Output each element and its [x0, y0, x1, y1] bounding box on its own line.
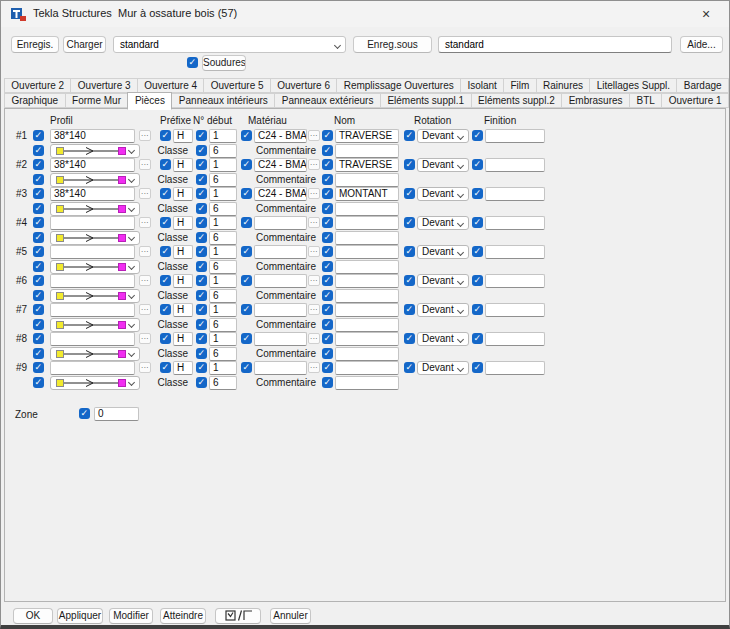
rotation-dropdown[interactable]: Devant	[417, 158, 469, 172]
num-debut-field[interactable]: 1	[209, 274, 237, 288]
materiau-field[interactable]	[254, 274, 307, 288]
tab-ouverture-6[interactable]: Ouverture 6	[270, 78, 337, 93]
rotation-checkbox[interactable]	[404, 246, 415, 257]
nom-field[interactable]	[335, 274, 399, 288]
materiau-browse-button[interactable]	[308, 217, 320, 228]
classe-checkbox[interactable]	[196, 232, 207, 243]
nom-checkbox[interactable]	[322, 275, 333, 286]
prefixe-checkbox[interactable]	[160, 246, 171, 257]
commentaire-checkbox[interactable]	[322, 174, 333, 185]
rotation-dropdown[interactable]: Devant	[417, 129, 469, 143]
graphic-checkbox[interactable]	[33, 145, 44, 156]
finition-field[interactable]	[485, 129, 545, 143]
profil-field[interactable]	[50, 332, 135, 346]
position-graphic-dropdown[interactable]	[50, 347, 140, 361]
commentaire-field[interactable]	[335, 260, 399, 274]
position-graphic-dropdown[interactable]	[50, 376, 140, 390]
prefixe-checkbox[interactable]	[160, 159, 171, 170]
num-debut-checkbox[interactable]	[196, 130, 207, 141]
classe-field[interactable]: 6	[209, 173, 237, 187]
commentaire-field[interactable]	[335, 318, 399, 332]
num-debut-checkbox[interactable]	[196, 246, 207, 257]
classe-field[interactable]: 6	[209, 144, 237, 158]
prefixe-checkbox[interactable]	[160, 188, 171, 199]
commentaire-checkbox[interactable]	[322, 290, 333, 301]
tab-forme-mur[interactable]: Forme Mur	[65, 93, 129, 108]
commentaire-checkbox[interactable]	[322, 203, 333, 214]
nom-checkbox[interactable]	[322, 333, 333, 344]
row-checkbox[interactable]	[33, 217, 44, 228]
tab-rainures[interactable]: Rainures	[536, 78, 591, 93]
commentaire-checkbox[interactable]	[322, 348, 333, 359]
classe-checkbox[interactable]	[196, 290, 207, 301]
finition-checkbox[interactable]	[472, 130, 483, 141]
row-checkbox[interactable]	[33, 188, 44, 199]
materiau-checkbox[interactable]	[241, 217, 252, 228]
row-checkbox[interactable]	[33, 304, 44, 315]
row-checkbox[interactable]	[33, 275, 44, 286]
prefixe-field[interactable]: H	[173, 303, 193, 317]
commentaire-checkbox[interactable]	[322, 261, 333, 272]
save-as-input[interactable]: standard	[438, 36, 672, 53]
rotation-dropdown[interactable]: Devant	[417, 332, 469, 346]
position-graphic-dropdown[interactable]	[50, 289, 140, 303]
prefixe-field[interactable]: H	[173, 332, 193, 346]
finition-field[interactable]	[485, 332, 545, 346]
num-debut-field[interactable]: 1	[209, 216, 237, 230]
materiau-browse-button[interactable]	[308, 304, 320, 315]
classe-field[interactable]: 6	[209, 347, 237, 361]
materiau-checkbox[interactable]	[241, 333, 252, 344]
materiau-field[interactable]	[254, 361, 307, 375]
finition-field[interactable]	[485, 216, 545, 230]
rotation-checkbox[interactable]	[404, 217, 415, 228]
materiau-field[interactable]	[254, 245, 307, 259]
materiau-field[interactable]	[254, 332, 307, 346]
apply-button[interactable]: Appliquer	[57, 608, 103, 624]
profil-field[interactable]: 38*140	[50, 187, 135, 201]
classe-field[interactable]: 6	[209, 289, 237, 303]
nom-checkbox[interactable]	[322, 217, 333, 228]
prefixe-field[interactable]: H	[173, 158, 193, 172]
finition-checkbox[interactable]	[472, 362, 483, 373]
num-debut-field[interactable]: 1	[209, 129, 237, 143]
num-debut-field[interactable]: 1	[209, 158, 237, 172]
materiau-field[interactable]: C24 - BMASSI	[254, 187, 307, 201]
commentaire-checkbox[interactable]	[322, 319, 333, 330]
num-debut-field[interactable]: 1	[209, 361, 237, 375]
profil-browse-button[interactable]	[139, 217, 151, 228]
commentaire-field[interactable]	[335, 202, 399, 216]
tab-isolant[interactable]: Isolant	[460, 78, 504, 93]
prefixe-field[interactable]: H	[173, 129, 193, 143]
materiau-browse-button[interactable]	[308, 333, 320, 344]
tab-bardage[interactable]: Bardage	[676, 78, 728, 93]
commentaire-field[interactable]	[335, 144, 399, 158]
commentaire-checkbox[interactable]	[322, 377, 333, 388]
materiau-browse-button[interactable]	[308, 159, 320, 170]
tab-elements-suppl-1[interactable]: Eléments suppl.1	[380, 93, 472, 108]
finition-checkbox[interactable]	[472, 333, 483, 344]
rotation-dropdown[interactable]: Devant	[417, 361, 469, 375]
prefixe-checkbox[interactable]	[160, 275, 171, 286]
position-graphic-dropdown[interactable]	[50, 202, 140, 216]
num-debut-field[interactable]: 1	[209, 303, 237, 317]
num-debut-checkbox[interactable]	[196, 217, 207, 228]
nom-field[interactable]: TRAVERSE	[335, 129, 399, 143]
commentaire-checkbox[interactable]	[322, 232, 333, 243]
materiau-field[interactable]: C24 - BMASSI	[254, 129, 307, 143]
num-debut-checkbox[interactable]	[196, 362, 207, 373]
prefixe-field[interactable]: H	[173, 216, 193, 230]
profil-field[interactable]	[50, 216, 135, 230]
num-debut-field[interactable]: 1	[209, 187, 237, 201]
position-graphic-dropdown[interactable]	[50, 231, 140, 245]
classe-field[interactable]: 6	[209, 231, 237, 245]
num-debut-field[interactable]: 1	[209, 332, 237, 346]
classe-field[interactable]: 6	[209, 376, 237, 390]
profil-browse-button[interactable]	[139, 362, 151, 373]
zone-field[interactable]: 0	[94, 407, 139, 421]
prefixe-field[interactable]: H	[173, 187, 193, 201]
profil-browse-button[interactable]	[139, 304, 151, 315]
tab-btl[interactable]: BTL	[629, 93, 662, 108]
finition-field[interactable]	[485, 187, 545, 201]
nom-checkbox[interactable]	[322, 246, 333, 257]
row-checkbox[interactable]	[33, 333, 44, 344]
